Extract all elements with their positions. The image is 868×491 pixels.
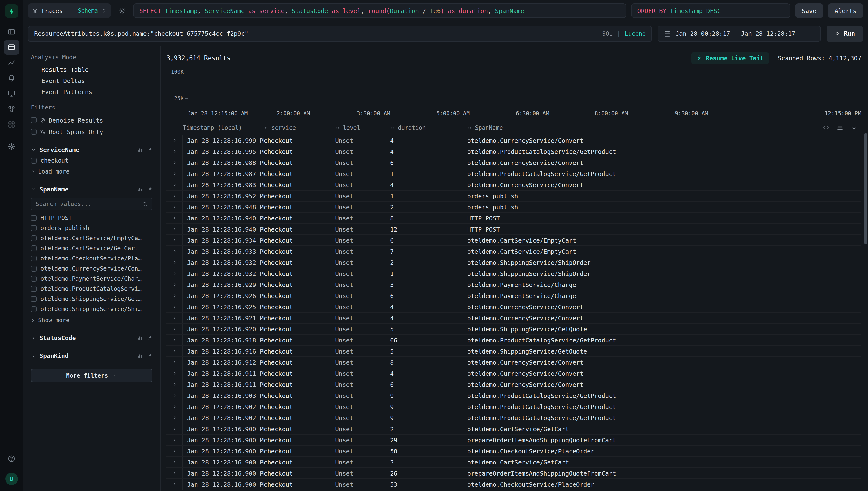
row-expand-chevron-icon[interactable] xyxy=(167,379,183,390)
table-row[interactable]: Jan 28 12:28:16.999 PMcheckoutUnset4otel… xyxy=(167,135,861,146)
row-expand-chevron-icon[interactable] xyxy=(167,168,183,179)
user-avatar[interactable]: D xyxy=(5,473,18,485)
row-expand-chevron-icon[interactable] xyxy=(167,357,183,368)
pin-icon[interactable] xyxy=(147,147,152,152)
more-filters-button[interactable]: More filters xyxy=(31,369,152,382)
toggle-denoise-results[interactable]: Denoise Results xyxy=(31,114,152,126)
drag-grip-icon[interactable] xyxy=(467,124,472,132)
row-expand-chevron-icon[interactable] xyxy=(167,457,183,467)
nav-service-map-icon[interactable] xyxy=(4,102,19,116)
row-expand-chevron-icon[interactable] xyxy=(167,324,183,334)
table-row[interactable]: Jan 28 12:28:16.916 PMcheckoutUnset5otel… xyxy=(167,346,861,357)
table-row[interactable]: Jan 28 12:28:16.912 PMcheckoutUnset8otel… xyxy=(167,357,861,368)
bar-chart-icon[interactable] xyxy=(137,353,142,358)
table-row[interactable]: Jan 28 12:28:16.926 PMcheckoutUnset6otel… xyxy=(167,290,861,301)
row-density-icon[interactable] xyxy=(837,124,843,131)
pin-icon[interactable] xyxy=(147,335,152,340)
column-header-spanname[interactable]: SpanName xyxy=(467,124,817,132)
checkbox[interactable] xyxy=(31,225,37,231)
table-row[interactable]: Jan 28 12:28:16.918 PMcheckoutUnset66ote… xyxy=(167,335,861,346)
resume-live-tail-button[interactable]: Resume Live Tail xyxy=(691,52,769,64)
table-row[interactable]: Jan 28 12:28:16.911 PMcheckoutUnset4otel… xyxy=(167,368,861,379)
analysis-mode-event-deltas[interactable]: Event Deltas xyxy=(31,75,152,86)
filter-value[interactable]: checkout xyxy=(31,155,152,166)
table-row[interactable]: Jan 28 12:28:16.933 PMcheckoutUnset7otel… xyxy=(167,246,861,257)
table-row[interactable]: Jan 28 12:28:16.952 PMcheckoutUnset1orde… xyxy=(167,191,861,202)
row-expand-chevron-icon[interactable] xyxy=(167,235,183,246)
column-header-duration[interactable]: duration xyxy=(390,124,467,132)
table-row[interactable]: Jan 28 12:28:16.932 PMcheckoutUnset1otel… xyxy=(167,268,861,279)
row-expand-chevron-icon[interactable] xyxy=(167,157,183,168)
row-expand-chevron-icon[interactable] xyxy=(167,257,183,268)
scrollbar-thumb[interactable] xyxy=(864,133,867,244)
nav-search-icon[interactable] xyxy=(4,40,19,55)
row-expand-chevron-icon[interactable] xyxy=(167,335,183,345)
table-row[interactable]: Jan 28 12:28:16.934 PMcheckoutUnset6otel… xyxy=(167,235,861,246)
source-settings-button[interactable] xyxy=(116,4,128,17)
source-select[interactable]: Traces Schema xyxy=(28,3,111,18)
analysis-mode-results-table[interactable]: Results Table xyxy=(31,64,152,75)
table-row[interactable]: Jan 28 12:28:16.940 PMcheckoutUnset8HTTP… xyxy=(167,213,861,224)
row-expand-chevron-icon[interactable] xyxy=(167,446,183,456)
search-box[interactable]: ResourceAttributes.k8s.pod.name:"checkou… xyxy=(28,25,652,42)
nav-alerts-icon[interactable] xyxy=(4,71,19,85)
table-row[interactable]: Jan 28 12:28:16.988 PMcheckoutUnset6otel… xyxy=(167,157,861,168)
table-row[interactable]: Jan 28 12:28:16.900 PMcheckoutUnset50ote… xyxy=(167,446,861,457)
table-row[interactable]: Jan 28 12:28:16.900 PMcheckoutUnset29pre… xyxy=(167,435,861,446)
row-expand-chevron-icon[interactable] xyxy=(167,301,183,312)
filter-search-box[interactable] xyxy=(31,198,152,210)
table-row[interactable]: Jan 28 12:28:16.903 PMcheckoutUnset9otel… xyxy=(167,390,861,401)
filter-value[interactable]: oteldemo.ShippingService/Get… xyxy=(31,294,152,304)
row-expand-chevron-icon[interactable] xyxy=(167,224,183,234)
checkbox[interactable] xyxy=(31,245,37,251)
row-expand-chevron-icon[interactable] xyxy=(167,346,183,356)
filter-value[interactable]: oteldemo.CheckoutService/Pla… xyxy=(31,253,152,263)
table-row[interactable]: Jan 28 12:28:16.920 PMcheckoutUnset5otel… xyxy=(167,324,861,335)
filter-value[interactable]: oteldemo.CartService/EmptyCa… xyxy=(31,233,152,243)
row-expand-chevron-icon[interactable] xyxy=(167,179,183,190)
alerts-button[interactable]: Alerts xyxy=(828,3,863,18)
table-row[interactable]: Jan 28 12:28:16.940 PMcheckoutUnset12HTT… xyxy=(167,224,861,235)
row-expand-chevron-icon[interactable] xyxy=(167,435,183,445)
filter-value[interactable]: oteldemo.ShippingService/Shi… xyxy=(31,304,152,314)
checkbox[interactable] xyxy=(31,255,37,261)
filter-section-header-spankind[interactable]: SpanKind xyxy=(31,350,152,361)
toggle-root-spans-only[interactable]: Root Spans Only xyxy=(31,126,152,138)
nav-side-panels-icon[interactable] xyxy=(4,25,19,39)
row-expand-chevron-icon[interactable] xyxy=(167,213,183,223)
code-view-icon[interactable] xyxy=(823,124,830,131)
row-expand-chevron-icon[interactable] xyxy=(167,390,183,401)
bar-chart-icon[interactable] xyxy=(137,186,142,192)
checkbox[interactable] xyxy=(31,306,37,312)
checkbox[interactable] xyxy=(31,265,37,271)
column-header-timestamp-local-[interactable]: Timestamp (Local) xyxy=(183,124,264,131)
row-expand-chevron-icon[interactable] xyxy=(167,401,183,412)
checkbox[interactable] xyxy=(31,117,37,123)
row-expand-chevron-icon[interactable] xyxy=(167,246,183,257)
filter-section-header-spanname[interactable]: SpanName xyxy=(31,183,152,195)
table-row[interactable]: Jan 28 12:28:16.900 PMcheckoutUnset2otel… xyxy=(167,424,861,435)
show-more-link[interactable]: Show more xyxy=(31,315,152,325)
run-button[interactable]: Run xyxy=(827,25,863,42)
row-expand-chevron-icon[interactable] xyxy=(167,191,183,201)
drag-grip-icon[interactable] xyxy=(264,124,269,132)
date-range-picker[interactable]: Jan 28 00:28:17 - Jan 28 12:28:17 xyxy=(658,25,821,42)
row-expand-chevron-icon[interactable] xyxy=(167,146,183,157)
row-expand-chevron-icon[interactable] xyxy=(167,290,183,301)
table-row[interactable]: Jan 28 12:28:16.932 PMcheckoutUnset2otel… xyxy=(167,257,861,268)
nav-chart-explorer-icon[interactable] xyxy=(4,55,19,70)
table-row[interactable]: Jan 28 12:28:16.902 PMcheckoutUnset9otel… xyxy=(167,401,861,412)
row-expand-chevron-icon[interactable] xyxy=(167,135,183,146)
row-expand-chevron-icon[interactable] xyxy=(167,279,183,290)
download-icon[interactable] xyxy=(851,124,858,131)
bar-chart-icon[interactable] xyxy=(137,335,142,340)
row-expand-chevron-icon[interactable] xyxy=(167,412,183,423)
order-by-editor[interactable]: ORDER BY Timestamp DESC xyxy=(631,3,790,18)
checkbox[interactable] xyxy=(31,157,37,163)
lang-option-sql[interactable]: SQL xyxy=(602,30,612,37)
pin-icon[interactable] xyxy=(147,186,152,192)
pin-icon[interactable] xyxy=(147,353,152,358)
checkbox[interactable] xyxy=(31,215,37,221)
load-more-link[interactable]: Load more xyxy=(31,166,152,177)
table-row[interactable]: Jan 28 12:28:16.925 PMcheckoutUnset4otel… xyxy=(167,301,861,313)
